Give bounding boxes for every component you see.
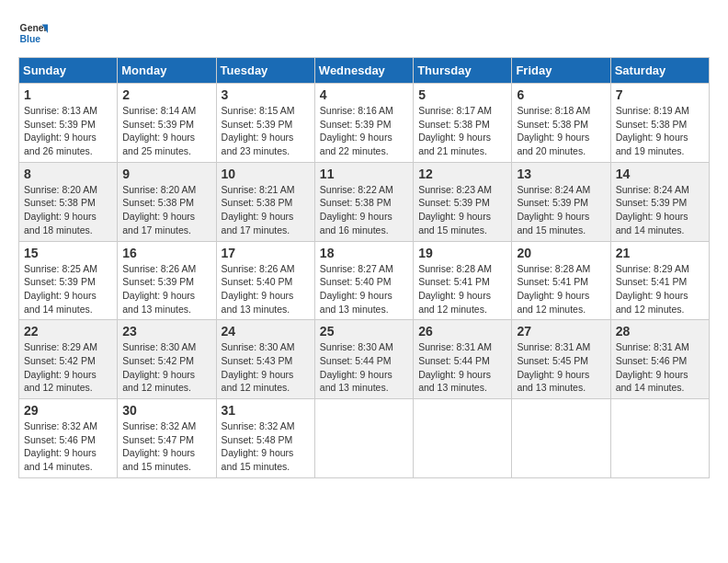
day-number: 16 bbox=[122, 246, 210, 260]
day-info: Sunrise: 8:31 AMSunset: 5:45 PMDaylight:… bbox=[517, 341, 590, 393]
calendar-cell: 29 Sunrise: 8:32 AMSunset: 5:46 PMDaylig… bbox=[19, 399, 118, 478]
calendar-cell: 5 Sunrise: 8:17 AMSunset: 5:38 PMDayligh… bbox=[414, 84, 512, 163]
day-info: Sunrise: 8:32 AMSunset: 5:46 PMDaylight:… bbox=[24, 420, 97, 472]
day-info: Sunrise: 8:31 AMSunset: 5:44 PMDaylight:… bbox=[418, 341, 492, 393]
day-info: Sunrise: 8:21 AMSunset: 5:38 PMDaylight:… bbox=[222, 184, 295, 236]
weekday-header: Friday bbox=[512, 58, 610, 84]
day-number: 17 bbox=[222, 246, 310, 260]
day-number: 9 bbox=[122, 167, 210, 181]
calendar-cell: 8 Sunrise: 8:20 AMSunset: 5:38 PMDayligh… bbox=[19, 162, 118, 241]
day-number: 25 bbox=[320, 324, 408, 339]
calendar-cell: 16 Sunrise: 8:26 AMSunset: 5:39 PMDaylig… bbox=[118, 241, 216, 320]
calendar-cell: 7 Sunrise: 8:19 AMSunset: 5:38 PMDayligh… bbox=[610, 84, 709, 163]
calendar-cell: 19 Sunrise: 8:28 AMSunset: 5:41 PMDaylig… bbox=[414, 241, 512, 320]
day-number: 20 bbox=[517, 246, 605, 260]
calendar-cell: 12 Sunrise: 8:23 AMSunset: 5:39 PMDaylig… bbox=[414, 162, 512, 241]
day-number: 31 bbox=[222, 403, 310, 418]
day-info: Sunrise: 8:18 AMSunset: 5:38 PMDaylight:… bbox=[517, 105, 590, 156]
day-number: 5 bbox=[418, 87, 506, 102]
day-number: 1 bbox=[24, 87, 112, 102]
calendar-cell: 27 Sunrise: 8:31 AMSunset: 5:45 PMDaylig… bbox=[512, 320, 610, 399]
calendar-cell: 6 Sunrise: 8:18 AMSunset: 5:38 PMDayligh… bbox=[512, 84, 610, 163]
weekday-header: Tuesday bbox=[216, 58, 314, 84]
day-number: 26 bbox=[418, 324, 506, 339]
day-info: Sunrise: 8:28 AMSunset: 5:41 PMDaylight:… bbox=[517, 263, 590, 315]
day-number: 18 bbox=[320, 246, 408, 260]
day-number: 27 bbox=[517, 324, 605, 339]
calendar-cell: 23 Sunrise: 8:30 AMSunset: 5:42 PMDaylig… bbox=[118, 320, 216, 399]
calendar-cell: 10 Sunrise: 8:21 AMSunset: 5:38 PMDaylig… bbox=[216, 162, 314, 241]
day-info: Sunrise: 8:30 AMSunset: 5:43 PMDaylight:… bbox=[222, 341, 295, 393]
calendar-cell: 1 Sunrise: 8:13 AMSunset: 5:39 PMDayligh… bbox=[19, 84, 118, 163]
weekday-header: Wednesday bbox=[314, 58, 413, 84]
day-number: 7 bbox=[616, 87, 704, 102]
calendar-cell: 14 Sunrise: 8:24 AMSunset: 5:39 PMDaylig… bbox=[610, 162, 709, 241]
day-info: Sunrise: 8:26 AMSunset: 5:39 PMDaylight:… bbox=[122, 263, 196, 315]
day-number: 6 bbox=[517, 87, 605, 102]
day-number: 19 bbox=[418, 246, 506, 260]
calendar-cell: 31 Sunrise: 8:32 AMSunset: 5:48 PMDaylig… bbox=[216, 399, 314, 478]
day-info: Sunrise: 8:14 AMSunset: 5:39 PMDaylight:… bbox=[122, 105, 196, 156]
day-info: Sunrise: 8:27 AMSunset: 5:40 PMDaylight:… bbox=[320, 263, 393, 315]
calendar-cell: 9 Sunrise: 8:20 AMSunset: 5:38 PMDayligh… bbox=[118, 162, 216, 241]
calendar-cell: 28 Sunrise: 8:31 AMSunset: 5:46 PMDaylig… bbox=[610, 320, 709, 399]
day-info: Sunrise: 8:24 AMSunset: 5:39 PMDaylight:… bbox=[616, 184, 689, 236]
calendar-cell: 2 Sunrise: 8:14 AMSunset: 5:39 PMDayligh… bbox=[118, 84, 216, 163]
calendar-cell: 30 Sunrise: 8:32 AMSunset: 5:47 PMDaylig… bbox=[118, 399, 216, 478]
svg-text:Blue: Blue bbox=[20, 34, 41, 44]
calendar-cell: 20 Sunrise: 8:28 AMSunset: 5:41 PMDaylig… bbox=[512, 241, 610, 320]
calendar-week-row: 1 Sunrise: 8:13 AMSunset: 5:39 PMDayligh… bbox=[19, 84, 710, 163]
calendar-cell: 21 Sunrise: 8:29 AMSunset: 5:41 PMDaylig… bbox=[610, 241, 709, 320]
calendar-cell: 25 Sunrise: 8:30 AMSunset: 5:44 PMDaylig… bbox=[314, 320, 413, 399]
day-number: 15 bbox=[24, 246, 112, 260]
day-info: Sunrise: 8:26 AMSunset: 5:40 PMDaylight:… bbox=[222, 263, 295, 315]
day-info: Sunrise: 8:19 AMSunset: 5:38 PMDaylight:… bbox=[616, 105, 689, 156]
day-number: 3 bbox=[222, 87, 310, 102]
day-info: Sunrise: 8:32 AMSunset: 5:47 PMDaylight:… bbox=[122, 420, 196, 472]
logo-icon: General Blue bbox=[18, 18, 48, 48]
day-info: Sunrise: 8:30 AMSunset: 5:42 PMDaylight:… bbox=[122, 341, 196, 393]
calendar-cell: 11 Sunrise: 8:22 AMSunset: 5:38 PMDaylig… bbox=[314, 162, 413, 241]
weekday-header: Thursday bbox=[414, 58, 512, 84]
calendar-cell: 15 Sunrise: 8:25 AMSunset: 5:39 PMDaylig… bbox=[19, 241, 118, 320]
day-info: Sunrise: 8:15 AMSunset: 5:39 PMDaylight:… bbox=[222, 105, 295, 156]
day-info: Sunrise: 8:28 AMSunset: 5:41 PMDaylight:… bbox=[418, 263, 492, 315]
day-info: Sunrise: 8:24 AMSunset: 5:39 PMDaylight:… bbox=[517, 184, 590, 236]
header: General Blue bbox=[18, 18, 710, 48]
calendar-cell bbox=[414, 399, 512, 478]
day-number: 28 bbox=[616, 324, 704, 339]
day-number: 10 bbox=[222, 167, 310, 181]
day-number: 24 bbox=[222, 324, 310, 339]
day-info: Sunrise: 8:32 AMSunset: 5:48 PMDaylight:… bbox=[222, 420, 295, 472]
weekday-header: Monday bbox=[118, 58, 216, 84]
calendar-cell bbox=[314, 399, 413, 478]
day-info: Sunrise: 8:29 AMSunset: 5:41 PMDaylight:… bbox=[616, 263, 689, 315]
day-number: 2 bbox=[122, 87, 210, 102]
day-info: Sunrise: 8:22 AMSunset: 5:38 PMDaylight:… bbox=[320, 184, 393, 236]
day-number: 4 bbox=[320, 87, 408, 102]
calendar-table: SundayMondayTuesdayWednesdayThursdayFrid… bbox=[18, 57, 710, 478]
calendar-cell: 17 Sunrise: 8:26 AMSunset: 5:40 PMDaylig… bbox=[216, 241, 314, 320]
day-number: 14 bbox=[616, 167, 704, 181]
calendar-cell: 24 Sunrise: 8:30 AMSunset: 5:43 PMDaylig… bbox=[216, 320, 314, 399]
day-number: 8 bbox=[24, 167, 112, 181]
day-info: Sunrise: 8:20 AMSunset: 5:38 PMDaylight:… bbox=[122, 184, 196, 236]
calendar-week-row: 22 Sunrise: 8:29 AMSunset: 5:42 PMDaylig… bbox=[19, 320, 710, 399]
calendar-cell: 4 Sunrise: 8:16 AMSunset: 5:39 PMDayligh… bbox=[314, 84, 413, 163]
logo: General Blue bbox=[18, 18, 48, 48]
day-number: 22 bbox=[24, 324, 112, 339]
weekday-header: Sunday bbox=[19, 58, 118, 84]
calendar-cell bbox=[512, 399, 610, 478]
day-number: 11 bbox=[320, 167, 408, 181]
day-info: Sunrise: 8:13 AMSunset: 5:39 PMDaylight:… bbox=[24, 105, 97, 156]
calendar-cell bbox=[610, 399, 709, 478]
weekday-header: Saturday bbox=[610, 58, 709, 84]
day-info: Sunrise: 8:30 AMSunset: 5:44 PMDaylight:… bbox=[320, 341, 393, 393]
calendar-cell: 13 Sunrise: 8:24 AMSunset: 5:39 PMDaylig… bbox=[512, 162, 610, 241]
calendar-week-row: 8 Sunrise: 8:20 AMSunset: 5:38 PMDayligh… bbox=[19, 162, 710, 241]
day-info: Sunrise: 8:17 AMSunset: 5:38 PMDaylight:… bbox=[418, 105, 492, 156]
calendar-cell: 18 Sunrise: 8:27 AMSunset: 5:40 PMDaylig… bbox=[314, 241, 413, 320]
day-number: 21 bbox=[616, 246, 704, 260]
calendar-body: 1 Sunrise: 8:13 AMSunset: 5:39 PMDayligh… bbox=[19, 84, 710, 478]
day-info: Sunrise: 8:31 AMSunset: 5:46 PMDaylight:… bbox=[616, 341, 689, 393]
